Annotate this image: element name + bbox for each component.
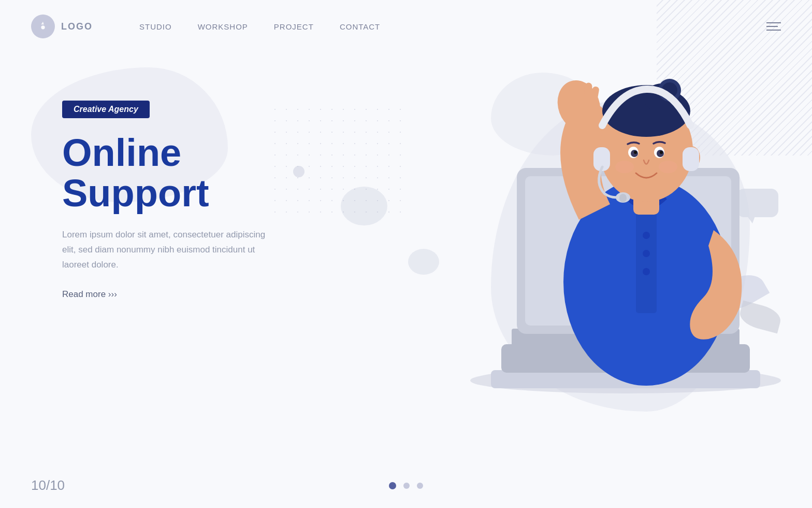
pagination-dot-3[interactable]	[417, 483, 423, 489]
nav-link-project[interactable]: PROJECT	[274, 22, 314, 31]
page-total: 10	[50, 477, 65, 493]
svg-rect-38	[619, 194, 627, 202]
svg-point-30	[660, 151, 663, 154]
logo-area: LOGO	[31, 15, 93, 38]
svg-point-0	[41, 25, 45, 29]
page-current: 10	[31, 477, 46, 493]
pagination-dots	[389, 482, 423, 489]
footer: 10/10	[0, 477, 812, 508]
hero-title-line2: Support	[62, 172, 209, 215]
support-person-illustration	[460, 49, 796, 422]
read-more-link[interactable]: Read more ›››	[62, 289, 117, 299]
svg-point-32	[659, 161, 677, 173]
nav-link-contact[interactable]: CONTACT	[340, 22, 380, 31]
svg-rect-16	[577, 81, 585, 101]
navbar: LOGO STUDIO WORKSHOP PROJECT CONTACT	[0, 0, 812, 38]
logo-icon	[31, 15, 55, 38]
svg-point-27	[634, 151, 637, 154]
hamburger-line-3	[766, 30, 781, 31]
hero-badge: Creative Agency	[62, 101, 150, 118]
hero-title-line1: Online	[62, 131, 181, 174]
svg-point-12	[643, 250, 650, 257]
main-content: Creative Agency Online Support Lorem ips…	[0, 38, 812, 469]
hamburger-menu[interactable]	[766, 22, 781, 31]
svg-point-31	[615, 161, 634, 173]
logo-text: LOGO	[61, 21, 93, 32]
hamburger-line-2	[766, 26, 778, 27]
logo-svg-icon	[37, 21, 49, 32]
nav-link-studio[interactable]: STUDIO	[139, 22, 172, 31]
pagination-dot-2[interactable]	[403, 483, 410, 489]
pagination-dot-1[interactable]	[389, 482, 396, 489]
svg-point-13	[643, 268, 650, 275]
page-counter: 10/10	[31, 477, 65, 493]
nav-links: STUDIO WORKSHOP PROJECT CONTACT	[139, 22, 741, 31]
hamburger-line-1	[766, 22, 781, 23]
svg-rect-10	[636, 209, 657, 313]
svg-rect-36	[683, 147, 699, 171]
hero-left-section: Creative Agency Online Support Lorem ips…	[62, 69, 280, 300]
nav-link-workshop[interactable]: WORKSHOP	[198, 22, 248, 31]
svg-point-11	[643, 232, 650, 239]
hero-title: Online Support	[62, 133, 280, 213]
hero-description: Lorem ipsum dolor sit amet, consectetuer…	[62, 228, 280, 273]
illustration-area	[372, 28, 812, 453]
